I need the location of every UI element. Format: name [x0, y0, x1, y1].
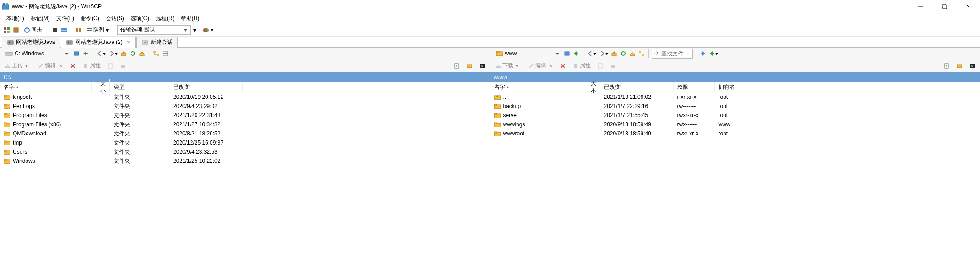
toolbar-icon-1[interactable]	[3, 26, 11, 35]
table-row[interactable]: wwwlogs2020/9/13 18:59:49rwx------www	[490, 120, 980, 129]
session-tab-1[interactable]: 网站老炮说Java	[2, 37, 60, 48]
remote-path-bar[interactable]: /www	[490, 72, 980, 82]
back-icon[interactable]: ▾	[96, 49, 107, 58]
queue-button[interactable]: 队列 ▾	[83, 26, 111, 35]
new-file-icon[interactable]: +	[942, 63, 952, 69]
transfer-options-dropdown[interactable]: 传输选项 默认	[117, 25, 191, 35]
table-row[interactable]: server2021/1/7 21:55:45rwxr-xr-xroot	[490, 111, 980, 120]
menu-file[interactable]: 文件(F)	[54, 14, 77, 23]
menu-remote[interactable]: 远程(R)	[153, 14, 177, 23]
sync-icon-2[interactable]: ▾	[708, 49, 719, 58]
refresh-icon[interactable]	[619, 49, 627, 58]
menu-command[interactable]: 命令(C)	[78, 14, 102, 23]
delete-icon[interactable]	[558, 63, 568, 69]
upload-button[interactable]: 上传 ▾	[3, 62, 30, 70]
main-toolbar: 同步 队列 ▾ 传输选项 默认 ▾ ▾	[0, 24, 980, 37]
props-button[interactable]: 属性	[571, 62, 593, 70]
tree-icon[interactable]	[152, 49, 160, 58]
local-file-list[interactable]: kingsoft文件夹2020/10/19 20:05:12PerfLogs文件…	[0, 92, 490, 266]
table-row[interactable]: wwwroot2020/9/13 18:59:49rwxr-xr-xroot	[490, 129, 980, 138]
col-perm[interactable]: 权限	[674, 82, 715, 92]
minimize-button[interactable]	[910, 0, 931, 13]
menu-help[interactable]: 帮助(H)	[178, 14, 202, 23]
svg-rect-27	[68, 42, 69, 43]
table-row[interactable]: PerfLogs文件夹2020/9/4 23:29:02	[0, 102, 490, 111]
svg-rect-74	[639, 51, 641, 53]
nav-icon-1[interactable]	[72, 49, 81, 58]
table-row[interactable]: Windows文件夹2021/1/25 10:22:02	[0, 156, 490, 166]
new-folder-icon[interactable]: -	[954, 63, 964, 69]
sync-icon-1[interactable]	[699, 49, 707, 58]
sync-button[interactable]: 同步	[21, 26, 45, 35]
session-tab-2[interactable]: 网站老炮说Java (2) ✕	[61, 37, 135, 48]
table-row[interactable]: Program Files文件夹2021/1/20 22:31:48	[0, 111, 490, 120]
maximize-button[interactable]	[934, 0, 954, 13]
find-files-input[interactable]: 查找文件	[652, 49, 693, 59]
folder-icon	[494, 94, 501, 100]
folder-icon	[4, 122, 10, 127]
col-name[interactable]: 名字▴	[490, 82, 582, 92]
misc-icon-2[interactable]	[118, 63, 128, 69]
new-session-tab[interactable]: + 新建会话	[136, 37, 178, 48]
back-icon[interactable]: ▾	[586, 49, 597, 58]
new-folder-icon[interactable]: -	[464, 63, 474, 69]
table-row[interactable]: Users文件夹2020/9/4 23:32:53	[0, 147, 490, 156]
svg-text:+: +	[455, 64, 457, 68]
menu-local[interactable]: 本地(L)	[4, 14, 27, 23]
home-icon[interactable]	[628, 49, 637, 58]
local-path-bar[interactable]: C:\	[0, 72, 490, 82]
bookmark-icon[interactable]	[161, 49, 169, 58]
menu-options[interactable]: 选项(O)	[128, 14, 152, 23]
toolbar-icon-5[interactable]	[74, 26, 82, 35]
svg-text:V: V	[481, 64, 484, 68]
table-row[interactable]: backup2021/1/7 22:29:16rw-------root	[490, 102, 980, 111]
col-type[interactable]: 类型	[110, 82, 169, 92]
terminal-icon[interactable]: V	[477, 63, 487, 69]
remote-file-list[interactable]: ..2021/1/13 21:06:02r-xr-xr-xrootbackup2…	[490, 92, 980, 266]
table-row[interactable]: ..2021/1/13 21:06:02r-xr-xr-xroot	[490, 92, 980, 102]
nav-icon-1[interactable]	[563, 49, 571, 58]
props-button[interactable]: 属性	[81, 62, 103, 70]
toolbar-icon-4[interactable]	[60, 26, 68, 35]
delete-icon[interactable]	[68, 63, 78, 69]
toolbar-icon-2[interactable]	[12, 26, 20, 35]
nav-icon-2[interactable]	[82, 49, 90, 58]
local-drive-selector[interactable]: C: Windows	[3, 49, 71, 58]
folder-icon	[494, 113, 501, 118]
table-row[interactable]: QMDownload文件夹2020/8/21 18:29:52	[0, 129, 490, 138]
col-owner[interactable]: 拥有者	[715, 82, 751, 92]
remote-dir-selector[interactable]: www	[493, 49, 562, 58]
toolbar-icon-6[interactable]: ▾	[202, 26, 214, 35]
toolbar-icon-3[interactable]	[51, 26, 59, 35]
col-changed[interactable]: 已改变	[600, 82, 674, 92]
svg-rect-83	[611, 65, 615, 68]
svg-rect-33	[121, 53, 126, 56]
menu-session[interactable]: 会话(S)	[103, 14, 127, 23]
edit-button[interactable]: 编辑 ✕	[526, 62, 555, 70]
table-row[interactable]: Program Files (x86)文件夹2021/1/27 10:34:32	[0, 120, 490, 129]
misc-icon-2[interactable]	[608, 63, 618, 69]
col-name[interactable]: 名字▴	[0, 82, 92, 92]
nav-icon-2[interactable]	[572, 49, 580, 58]
edit-button[interactable]: 编辑 ✕	[36, 62, 65, 70]
close-button[interactable]	[958, 0, 978, 13]
misc-icon-1[interactable]	[105, 63, 115, 69]
forward-icon[interactable]: ▾	[108, 49, 119, 58]
up-icon[interactable]	[120, 49, 128, 58]
svg-point-76	[655, 52, 658, 54]
table-row[interactable]: kingsoft文件夹2020/10/19 20:05:12	[0, 92, 490, 102]
tree-icon[interactable]	[637, 49, 646, 58]
new-file-icon[interactable]: +	[452, 63, 462, 69]
misc-icon-1[interactable]	[595, 63, 605, 69]
col-changed[interactable]: 已改变	[169, 82, 243, 92]
up-icon[interactable]	[610, 49, 618, 58]
svg-rect-92	[494, 104, 497, 106]
forward-icon[interactable]: ▾	[598, 49, 609, 58]
close-icon[interactable]: ✕	[126, 39, 131, 45]
refresh-icon[interactable]	[129, 49, 137, 58]
table-row[interactable]: tmp文件夹2020/12/25 15:09:37	[0, 138, 490, 147]
terminal-icon[interactable]: V	[967, 63, 977, 69]
home-icon[interactable]	[138, 49, 146, 58]
download-button[interactable]: 下载 ▾	[493, 62, 520, 70]
menu-mark[interactable]: 标记(M)	[28, 14, 53, 23]
